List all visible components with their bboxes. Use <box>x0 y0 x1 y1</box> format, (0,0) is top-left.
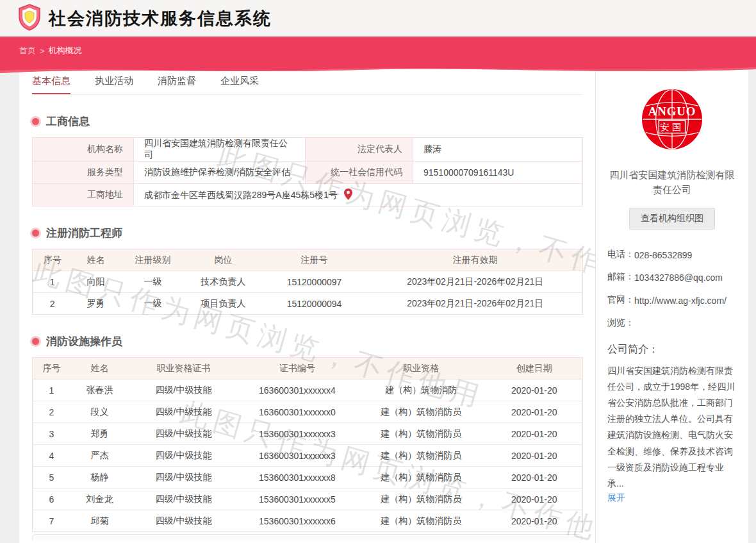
table-cell: 2 <box>33 293 72 315</box>
company-sidebar: ANGUO 安国 四川省安国建筑消防检测有限责任公司 查看机构组织图 电话：02… <box>596 65 748 543</box>
sidebar-company-name: 四川省安国建筑消防检测有限责任公司 <box>607 167 737 197</box>
column-header: 姓名 <box>70 358 129 380</box>
table-cell: 刘金龙 <box>70 489 129 510</box>
contact-row: 官网：http://www.ag-xfjc.com/ <box>607 294 737 308</box>
table-cell: 向阳 <box>72 271 120 293</box>
table-cell: 四级/中级技能 <box>129 489 238 510</box>
contact-label: 官网： <box>607 294 634 308</box>
column-header: 注册有效期 <box>368 249 583 271</box>
table-cell: 153600301xxxxxx6 <box>238 510 356 532</box>
company-logo: ANGUO 安国 <box>607 89 737 152</box>
table-cell: 建（构）筑物消防员 <box>356 467 486 489</box>
table-cell: 段义 <box>70 401 129 423</box>
column-header: 职业资格 <box>356 358 486 380</box>
table-cell: 4 <box>33 445 70 467</box>
table-cell: 153600301xxxxxx8 <box>238 467 356 489</box>
section-title-engineers: 注册消防工程师 <box>32 226 582 240</box>
table-row: 2段义四级/中级技能163600301xxxxxx0建（构）筑物消防员2020-… <box>33 401 583 423</box>
table-cell: 一级 <box>120 271 186 293</box>
table-cell: 邱菊 <box>70 510 129 532</box>
org-name-label: 机构名称 <box>33 138 134 162</box>
table-cell: 2020-01-20 <box>486 423 582 445</box>
svg-text:安国: 安国 <box>660 122 684 132</box>
table-cell: 建（构）筑物消防员 <box>356 489 486 510</box>
table-cell: 2020-01-20 <box>486 510 582 532</box>
bullet-dot-icon <box>32 118 39 125</box>
table-cell: 杨静 <box>70 467 129 489</box>
tab-basic-info[interactable]: 基本信息 <box>32 75 70 94</box>
table-cell: 163600301xxxxxx3 <box>238 445 356 467</box>
table-cell: 1 <box>33 271 72 293</box>
next-section-edge <box>32 534 582 540</box>
anguo-logo-icon: ANGUO 安国 <box>642 89 702 149</box>
contact-row: 电话：028-86532899 <box>607 249 737 263</box>
breadcrumb: 首页 > 机构概况 <box>19 45 82 56</box>
breadcrumb-current: 机构概况 <box>49 45 82 56</box>
column-header: 序号 <box>33 358 70 380</box>
table-cell: 2020-01-20 <box>486 445 582 467</box>
table-cell: 建（构）筑物消防员 <box>356 401 486 423</box>
table-cell: 15120000094 <box>261 293 368 315</box>
bullet-dot-icon <box>32 230 39 237</box>
section-title-operators: 消防设施操作员 <box>32 334 582 349</box>
breadcrumb-separator: > <box>40 46 45 56</box>
table-row: 3郑勇四级/中级技能153600301xxxxxx3建（构）筑物消防员2020-… <box>33 423 583 445</box>
table-cell: 163600301xxxxxx4 <box>238 380 356 401</box>
legal-rep-value: 滕涛 <box>413 138 583 162</box>
table-cell: 153600301xxxxxx3 <box>238 423 356 445</box>
view-org-chart-button[interactable]: 查看机构组织图 <box>629 208 715 230</box>
column-header: 职业资格证书 <box>129 358 238 380</box>
table-cell: 建（构）筑物消防 <box>356 380 486 401</box>
contact-value: 028-86532899 <box>634 249 692 263</box>
table-cell: 2020-01-20 <box>486 489 582 510</box>
table-cell: 6 <box>33 489 70 510</box>
table-cell: 技术负责人 <box>186 271 261 293</box>
table-cell: 四级/中级技能 <box>129 423 238 445</box>
column-header: 注册号 <box>261 249 368 271</box>
table-cell: 3 <box>33 423 70 445</box>
address-value: 成都市金牛区羊西线蜀汉路289号A座45栋5楼1号 <box>134 184 583 206</box>
business-info-table: 机构名称 四川省安国建筑消防检测有限责任公司 法定代表人 滕涛 服务类型 消防设… <box>32 137 583 206</box>
table-cell: 7 <box>33 510 70 532</box>
table-cell: 建（构）筑物消防员 <box>356 510 486 532</box>
service-type-value: 消防设施维护保养检测/消防安全评估 <box>134 162 306 184</box>
expand-link[interactable]: 展开 <box>607 492 625 503</box>
table-row: 2罗勇一级项目负责人151200000942023年02月21日-2026年02… <box>33 293 583 315</box>
table-cell: 2020-01-20 <box>486 380 582 401</box>
column-header: 姓名 <box>72 249 120 271</box>
credit-code-label: 统一社会信用代码 <box>306 162 413 184</box>
column-header: 序号 <box>33 249 72 271</box>
table-row: 1向阳一级技术负责人151200000972023年02月21日-2026年02… <box>33 271 583 293</box>
table-cell: 四级/中级技能 <box>129 380 238 401</box>
tab-fire-supervision[interactable]: 消防监督 <box>158 75 196 94</box>
table-cell: 2023年02月21日-2026年02月21日 <box>368 271 583 293</box>
table-row: 1张春洪四级/中级技能163600301xxxxxx4建（构）筑物消防2020-… <box>33 380 583 401</box>
map-pin-icon[interactable] <box>344 192 352 202</box>
table-cell: 四级/中级技能 <box>129 401 238 423</box>
tab-practice-activity[interactable]: 执业活动 <box>95 75 133 94</box>
site-header: 社会消防技术服务信息系统 <box>0 0 756 37</box>
contact-list: 电话：028-86532899邮箱：1034327886@qq.com官网：ht… <box>607 249 737 329</box>
table-cell: 四级/中级技能 <box>129 510 238 532</box>
tab-company-showcase[interactable]: 企业风采 <box>220 75 259 94</box>
svg-text:ANGUO: ANGUO <box>648 104 696 118</box>
operators-table: 序号姓名职业资格证书证书编号职业资格创建日期 1张春洪四级/中级技能163600… <box>32 357 583 532</box>
table-cell: 罗勇 <box>72 293 120 315</box>
table-cell: 15120000097 <box>261 271 368 293</box>
table-cell: 四级/中级技能 <box>129 445 238 467</box>
table-row: 服务类型 消防设施维护保养检测/消防安全评估 统一社会信用代码 91510000… <box>33 162 583 184</box>
table-cell: 项目负责人 <box>186 293 261 315</box>
column-header: 创建日期 <box>486 358 582 380</box>
table-cell: 严杰 <box>70 445 129 467</box>
contact-label: 邮箱： <box>607 271 634 285</box>
table-row: 6刘金龙四级/中级技能153600301xxxxxx5建（构）筑物消防员2020… <box>33 489 583 510</box>
credit-code-value: 91510000709161143U <box>413 162 583 184</box>
address-label: 工商地址 <box>33 184 134 206</box>
table-cell: 153600301xxxxxx5 <box>238 489 356 510</box>
table-cell: 建（构）筑物消防员 <box>356 445 486 467</box>
top-banner: 首页 > 机构概况 <box>0 37 756 65</box>
engineers-table: 序号姓名注册级别岗位注册号注册有效期 1向阳一级技术负责人15120000097… <box>32 249 583 315</box>
breadcrumb-home-link[interactable]: 首页 <box>19 45 36 56</box>
bullet-dot-icon <box>32 338 39 345</box>
contact-row: 邮箱：1034327886@qq.com <box>607 271 737 285</box>
